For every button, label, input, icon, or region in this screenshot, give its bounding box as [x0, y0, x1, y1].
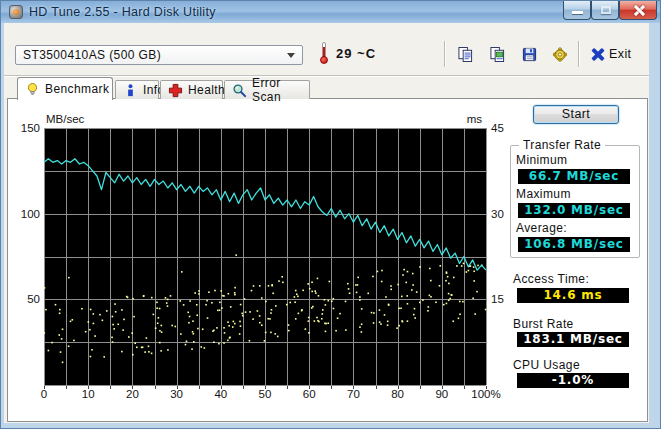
bulb-icon [25, 82, 40, 97]
minimize-button[interactable] [563, 1, 591, 20]
burst-rate-label: Burst Rate [513, 317, 574, 331]
chevron-down-icon [287, 53, 295, 58]
cpu-usage-value: -1.0% [517, 373, 629, 388]
transfer-rate-group: Transfer Rate Minimum 66.7 MB/sec Maximu… [510, 145, 640, 258]
copy-image-icon [490, 47, 505, 62]
exit-label: Exit [609, 47, 631, 61]
health-cross-icon [168, 83, 183, 98]
magnifier-icon [232, 83, 247, 98]
drive-select-value: ST3500410AS (500 GB) [23, 48, 161, 62]
minimum-label: Minimum [516, 153, 567, 167]
save-icon [522, 47, 537, 62]
burst-rate-value: 183.1 MB/sec [517, 332, 629, 347]
access-time-label: Access Time: [513, 272, 589, 286]
minimum-value: 66.7 MB/sec [518, 169, 630, 184]
save-button[interactable] [517, 43, 541, 65]
app-icon [9, 5, 23, 19]
copy-image-button[interactable] [485, 43, 509, 65]
drive-temperature: 29 ~C [336, 46, 376, 61]
maximum-label: Maximum [516, 187, 571, 201]
start-button[interactable]: Start [533, 105, 619, 124]
options-button[interactable] [547, 43, 571, 65]
toolbar-separator [444, 41, 446, 67]
transfer-rate-legend: Transfer Rate [519, 138, 605, 152]
copy-icon [458, 47, 473, 62]
info-icon [123, 83, 138, 98]
maximize-icon [601, 6, 611, 14]
close-icon [633, 5, 645, 15]
tab-label: Benchmark [45, 82, 109, 96]
title-bar[interactable]: HD Tune 2.55 - Hard Disk Utility [1, 1, 661, 23]
access-time-value: 14.6 ms [517, 288, 629, 303]
tab-error-scan[interactable]: Error Scan [224, 80, 310, 99]
minimize-icon [572, 11, 583, 14]
exit-button[interactable]: Exit [587, 43, 635, 65]
window-title: HD Tune 2.55 - Hard Disk Utility [29, 1, 216, 23]
exit-icon [591, 48, 604, 61]
drive-select-dropdown[interactable]: ST3500410AS (500 GB) [15, 45, 303, 65]
tab-label: Error Scan [252, 76, 302, 104]
copy-button[interactable] [453, 43, 477, 65]
maximize-button[interactable] [591, 1, 619, 20]
close-button[interactable] [619, 1, 657, 20]
tab-health[interactable]: Health [160, 80, 223, 99]
thermometer-icon [319, 42, 329, 65]
cpu-usage-label: CPU Usage [513, 358, 580, 372]
tab-label: Health [188, 83, 225, 97]
average-value: 106.8 MB/sec [518, 237, 630, 252]
toolbar-separator [578, 41, 580, 67]
maximum-value: 132.0 MB/sec [518, 203, 630, 218]
options-gear-icon [552, 47, 567, 62]
app-window: HD Tune 2.55 - Hard Disk Utility ST35004… [0, 0, 661, 429]
tab-info[interactable]: Info [115, 80, 159, 99]
tab-benchmark[interactable]: Benchmark [17, 77, 113, 100]
average-label: Average: [516, 221, 567, 235]
